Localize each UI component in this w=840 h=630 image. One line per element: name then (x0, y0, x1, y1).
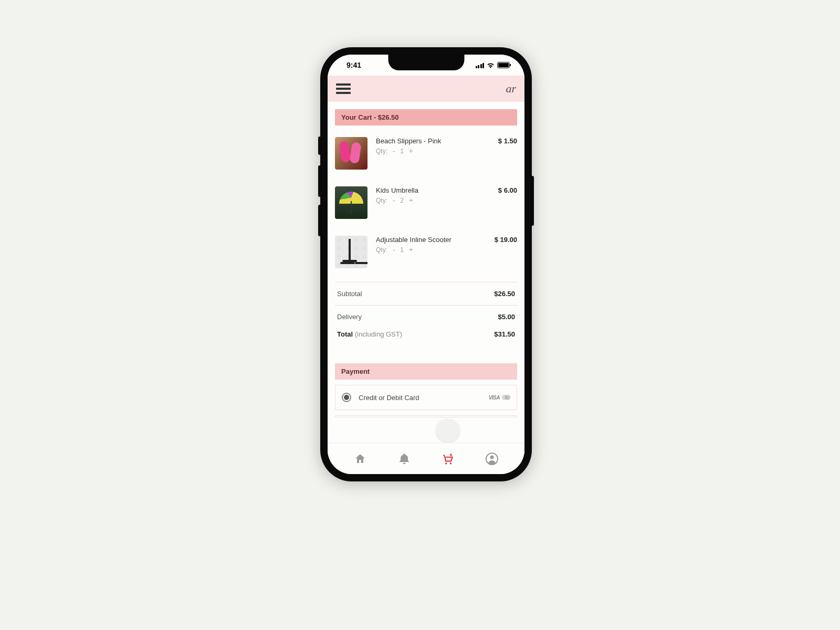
payment-banner: Payment (335, 363, 517, 380)
svg-point-0 (445, 462, 447, 464)
cart-icon (441, 452, 455, 466)
cart-item: Kids Umbrella $ 6.00 Qty: - 2 + (335, 180, 517, 229)
total-value: $31.50 (494, 330, 515, 338)
payment-option-next[interactable] (335, 415, 517, 417)
qty-increase-button[interactable]: + (407, 147, 415, 155)
qty-value: 1 (400, 246, 404, 254)
qty-decrease-button[interactable]: - (391, 246, 397, 254)
nav-profile-button[interactable] (485, 452, 499, 466)
qty-value: 2 (400, 197, 404, 204)
delivery-value: $5.00 (498, 313, 515, 321)
qty-increase-button[interactable]: + (407, 246, 415, 254)
status-bar: 9:41 (328, 55, 524, 76)
product-name: Kids Umbrella (376, 186, 418, 194)
bell-icon (398, 453, 411, 465)
nav-cart-button[interactable] (440, 452, 455, 466)
product-name: Beach Slippers - Pink (376, 137, 441, 145)
qty-label: Qty: (376, 246, 387, 254)
status-icons (476, 62, 510, 68)
battery-icon (497, 62, 510, 68)
quantity-controls: Qty: - 1 + (376, 246, 517, 254)
card-logos: VISA (489, 395, 510, 401)
screen: 9:41 ar Your Cart - $26.50 (328, 55, 524, 474)
visa-logo-icon: VISA (489, 395, 500, 401)
payment-options: Credit or Debit Card VISA (328, 385, 524, 417)
product-thumbnail[interactable] (335, 137, 368, 170)
cart-item: Adjustable Inline Scooter $ 19.00 Qty: -… (335, 229, 517, 279)
delivery-label: Delivery (337, 313, 362, 321)
product-name: Adjustable Inline Scooter (376, 236, 452, 244)
status-time: 9:41 (346, 61, 361, 69)
product-price: $ 6.00 (498, 186, 517, 194)
content-scroll[interactable]: Your Cart - $26.50 Beach Slippers - Pink… (328, 102, 524, 443)
subtotal-label: Subtotal (337, 290, 362, 298)
qty-label: Qty: (376, 197, 387, 204)
total-label: Total (including GST) (337, 330, 402, 338)
cellular-signal-icon (476, 62, 485, 68)
svg-point-1 (450, 462, 452, 464)
radio-button[interactable] (342, 393, 351, 402)
profile-icon (486, 453, 498, 465)
payment-label: Credit or Debit Card (359, 394, 481, 402)
payment-option-card[interactable]: Credit or Debit Card VISA (335, 385, 517, 410)
mastercard-logo-icon (502, 395, 510, 400)
qty-value: 1 (400, 148, 404, 155)
touch-indicator-icon (436, 419, 459, 442)
product-price: $ 19.00 (495, 236, 517, 244)
product-thumbnail[interactable] (335, 236, 368, 268)
cart-item: Beach Slippers - Pink $ 1.50 Qty: - 1 + (335, 131, 517, 180)
phone-device-frame: 9:41 ar Your Cart - $26.50 (320, 47, 532, 481)
cart-list: Beach Slippers - Pink $ 1.50 Qty: - 1 + (328, 131, 524, 279)
bottom-nav (328, 443, 524, 474)
quantity-controls: Qty: - 1 + (376, 147, 517, 155)
cart-banner: Your Cart - $26.50 (335, 109, 517, 125)
home-icon (354, 453, 366, 465)
price-summary: Subtotal $26.50 Delivery $5.00 Total (in… (328, 279, 524, 349)
brand-logo: ar (506, 82, 516, 96)
subtotal-value: $26.50 (494, 290, 515, 298)
svg-point-3 (490, 455, 494, 459)
nav-home-button[interactable] (353, 452, 368, 466)
quantity-controls: Qty: - 2 + (376, 196, 517, 204)
qty-decrease-button[interactable]: - (391, 196, 397, 204)
hamburger-menu-icon[interactable] (336, 83, 351, 94)
app-header: ar (328, 76, 524, 102)
nav-notifications-button[interactable] (397, 452, 412, 466)
qty-decrease-button[interactable]: - (391, 147, 397, 155)
wifi-icon (487, 62, 495, 68)
qty-increase-button[interactable]: + (407, 196, 415, 204)
product-price: $ 1.50 (498, 137, 517, 145)
qty-label: Qty: (376, 148, 387, 155)
product-thumbnail[interactable] (335, 186, 368, 219)
